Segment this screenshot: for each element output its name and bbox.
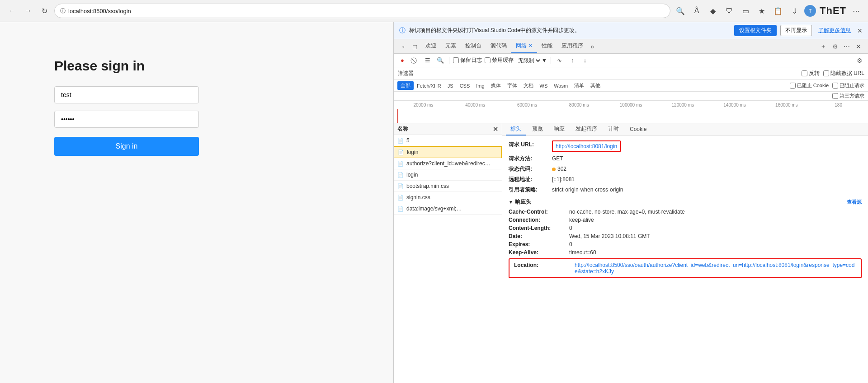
username-input[interactable]: [54, 86, 199, 103]
tab-welcome[interactable]: 欢迎: [421, 39, 441, 53]
tab-elements[interactable]: 元素: [441, 39, 461, 53]
filter-wasm[interactable]: Wasm: [551, 82, 571, 89]
remote-addr-row: 远程地址: [::1]:8081: [509, 175, 862, 183]
set-root-folder-btn[interactable]: 设置根文件夹: [734, 25, 777, 36]
blocked-cookie-checkbox[interactable]: [790, 83, 796, 89]
inspect-element-btn[interactable]: ◦: [397, 41, 409, 52]
filter-fetch-xhr[interactable]: Fetch/XHR: [414, 82, 444, 89]
refresh-button[interactable]: ↻: [38, 5, 51, 17]
detail-tab-response[interactable]: 响应: [549, 123, 569, 135]
username-group: [54, 86, 199, 103]
devtools-tabbar: ◦ ◻ 欢迎 元素 控制台 源代码 网络 ✕ 性能 应用程序 » + ⚙ ⋯ ✕: [394, 39, 868, 54]
download-btn[interactable]: ⇓: [788, 5, 801, 17]
detail-tab-preview[interactable]: 预览: [528, 123, 547, 135]
shield-btn[interactable]: 🛡: [723, 5, 736, 17]
wifi-icon-btn[interactable]: ∿: [555, 56, 565, 65]
filter-css[interactable]: CSS: [457, 82, 473, 89]
forward-button[interactable]: →: [22, 5, 34, 17]
third-party-label: 第三方请求: [832, 93, 864, 99]
profile-avatar[interactable]: T: [804, 5, 816, 17]
third-party-checkbox[interactable]: [832, 93, 838, 99]
tab-console[interactable]: 控制台: [461, 39, 486, 53]
detail-close-btn[interactable]: ✕: [493, 126, 498, 133]
favorites-btn[interactable]: ★: [755, 5, 768, 17]
throttle-select[interactable]: 无限制: [516, 57, 542, 64]
filter-media[interactable]: 媒体: [488, 81, 504, 90]
font-btn[interactable]: Â: [690, 5, 703, 17]
detail-tab-cookies[interactable]: Cookie: [625, 124, 651, 135]
filter-font[interactable]: 字体: [504, 81, 520, 90]
add-tab-btn[interactable]: +: [817, 41, 829, 52]
invert-checkbox[interactable]: [802, 70, 807, 76]
dont-show-again-btn[interactable]: 不再显示: [780, 25, 812, 36]
blocked-req-checkbox[interactable]: [832, 83, 838, 89]
referrer-value: strict-origin-when-cross-origin: [552, 186, 623, 194]
tab-network[interactable]: 网络 ✕: [511, 39, 537, 53]
request-item-authorize[interactable]: 📄 authorize?client_id=web&redirec…: [394, 158, 502, 169]
disable-cache-checkbox[interactable]: [485, 57, 491, 63]
hide-data-url-checkbox[interactable]: [823, 70, 829, 76]
extensions-btn[interactable]: ◆: [707, 5, 719, 17]
response-headers-section[interactable]: ▼ 响应头 查看源: [509, 198, 862, 206]
location-val: http://localhost:8500/sso/oauth/authoriz…: [575, 262, 856, 275]
password-group: [54, 111, 199, 128]
request-method-row: 请求方法: GET: [509, 154, 862, 163]
download-btn-network[interactable]: ↓: [580, 56, 590, 65]
expires-val: 0: [569, 241, 572, 248]
file-icon-login-2: 📄: [397, 172, 404, 178]
request-item-bootstrap[interactable]: 📄 bootstrap.min.css: [394, 181, 502, 192]
content-length-key: Content-Length:: [509, 225, 567, 231]
detail-tab-timing[interactable]: 计时: [604, 123, 623, 135]
content-length-val: 0: [569, 225, 572, 231]
filter-img[interactable]: Img: [473, 82, 487, 89]
device-emulation-btn[interactable]: ◻: [409, 41, 421, 52]
record-btn[interactable]: ●: [397, 56, 407, 65]
back-button[interactable]: ←: [5, 5, 18, 17]
settings-btn[interactable]: ⚙: [829, 41, 841, 52]
thet-label: ThET: [820, 5, 846, 17]
cache-control-val: no-cache, no-store, max-age=0, must-reva…: [569, 209, 685, 215]
remote-addr-value: [::1]:8081: [552, 175, 575, 183]
request-item-svg[interactable]: 📄 data:image/svg+xml;…: [394, 203, 502, 215]
upload-btn[interactable]: ↑: [567, 56, 577, 65]
collections-btn[interactable]: 📋: [772, 5, 784, 17]
infobar-link[interactable]: 了解更多信息: [818, 27, 851, 34]
search-btn-network[interactable]: 🔍: [435, 56, 445, 65]
signin-button[interactable]: Sign in: [54, 137, 199, 156]
login-form: Please sign in Sign in: [54, 58, 199, 156]
request-list-header: 名称 ✕: [394, 123, 502, 135]
filter-toggle-btn[interactable]: ☰: [423, 56, 433, 65]
request-item-signin[interactable]: 📄 signin.css: [394, 192, 502, 203]
clear-btn[interactable]: ⃠: [410, 56, 420, 65]
infobar-close-icon[interactable]: ✕: [857, 27, 863, 34]
network-settings-btn[interactable]: ⚙: [854, 56, 864, 65]
detail-tab-headers[interactable]: 标头: [506, 123, 526, 135]
req-name-signin: signin.css: [406, 194, 498, 201]
filter-other[interactable]: 其他: [587, 81, 604, 90]
filter-js[interactable]: JS: [444, 82, 457, 89]
split-btn[interactable]: ▭: [739, 5, 752, 17]
filter-all[interactable]: 全部: [397, 81, 414, 90]
request-item-login-1[interactable]: 📄 login: [394, 146, 502, 158]
request-item-login-2[interactable]: 📄 login: [394, 169, 502, 181]
devtools-close-btn[interactable]: ✕: [853, 41, 864, 52]
detail-tab-initiator[interactable]: 发起程序: [571, 123, 602, 135]
filter-manifest[interactable]: 清单: [571, 81, 587, 90]
request-item-5[interactable]: 📄 5: [394, 135, 502, 146]
password-input[interactable]: [54, 111, 199, 128]
devtools-more-btn[interactable]: ⋯: [841, 41, 853, 52]
more-tabs-btn[interactable]: »: [588, 40, 597, 53]
request-list-panel: 名称 ✕ 📄 5 📄 login 📄 authorize?client_id=w…: [394, 123, 502, 383]
tab-application[interactable]: 应用程序: [557, 39, 588, 53]
tab-sources[interactable]: 源代码: [486, 39, 511, 53]
filter-doc[interactable]: 文档: [520, 81, 537, 90]
filter-ws[interactable]: WS: [537, 82, 551, 89]
preserve-log-checkbox[interactable]: [453, 57, 459, 63]
address-bar-input[interactable]: [68, 8, 665, 14]
tab-performance[interactable]: 性能: [537, 39, 557, 53]
menu-btn[interactable]: ⋯: [850, 5, 863, 17]
login-title: Please sign in: [54, 58, 199, 74]
filter-bar: 筛选器 反转 隐藏数据 URL: [394, 67, 868, 80]
search-btn[interactable]: 🔍: [674, 5, 687, 17]
view-source-link[interactable]: 查看源: [847, 199, 862, 206]
